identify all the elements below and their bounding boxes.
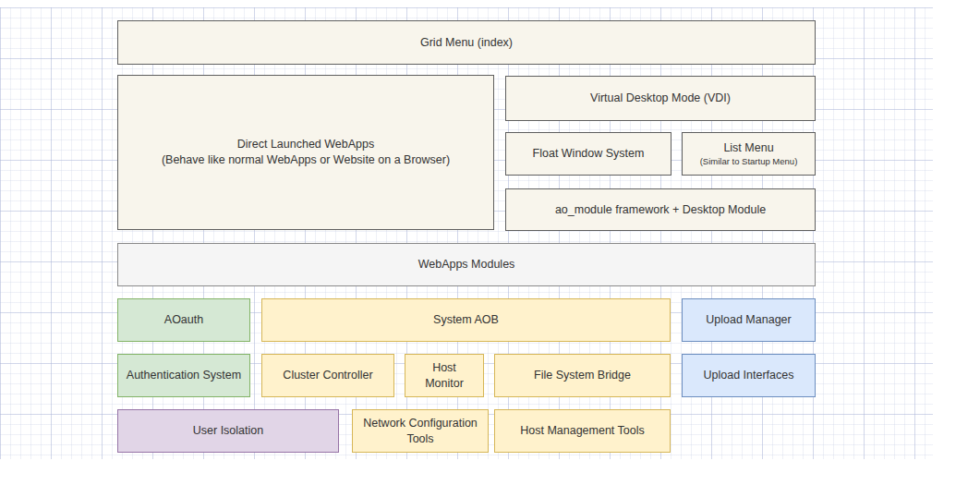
box-user-isolation: User Isolation <box>117 409 339 453</box>
box-label: Host Monitor <box>413 360 476 392</box>
box-label: Cluster Controller <box>283 368 372 383</box>
box-label: WebApps Modules <box>418 257 515 273</box>
box-label: File System Bridge <box>534 368 631 383</box>
box-authentication-system: Authentication System <box>117 354 250 397</box>
box-upload-interfaces: Upload Interfaces <box>682 354 816 397</box>
box-label-line1: Direct Launched WebApps <box>237 138 374 151</box>
box-list-menu: List Menu (Similar to Startup Menu) <box>682 132 816 176</box>
box-label: Float Window System <box>533 146 645 162</box>
box-host-management-tools: Host Management Tools <box>494 409 671 453</box>
box-label: User Isolation <box>193 423 263 439</box>
box-label: List Menu (Similar to Startup Menu) <box>700 140 798 167</box>
box-label: Virtual Desktop Mode (VDI) <box>590 91 731 106</box>
box-label: AOauth <box>164 312 203 328</box>
box-host-monitor: Host Monitor <box>405 354 484 397</box>
box-aoauth: AOauth <box>117 298 250 342</box>
box-label: Direct Launched WebApps (Behave like nor… <box>162 137 450 168</box>
box-label: ao_module framework + Desktop Module <box>555 202 766 218</box>
box-label: Upload Interfaces <box>704 368 794 383</box>
diagram-canvas: Grid Menu (index) Direct Launched WebApp… <box>0 7 933 459</box>
box-label: Network Configuration Tools <box>360 416 480 447</box>
box-label: Upload Manager <box>706 312 791 328</box>
box-label-line2: (Behave like normal WebApps or Website o… <box>162 153 450 166</box>
box-label-title: List Menu <box>723 141 773 154</box>
box-cluster-controller: Cluster Controller <box>261 354 394 397</box>
box-float-window-system: Float Window System <box>505 132 671 176</box>
box-webapps-modules: WebApps Modules <box>117 243 816 286</box>
box-grid-menu: Grid Menu (index) <box>117 20 816 65</box>
box-upload-manager: Upload Manager <box>682 298 816 342</box>
box-file-system-bridge: File System Bridge <box>494 354 671 397</box>
box-network-configuration-tools: Network Configuration Tools <box>352 409 489 453</box>
box-system-aob: System AOB <box>261 298 671 342</box>
box-label: Grid Menu (index) <box>420 35 513 51</box>
box-direct-launched-webapps: Direct Launched WebApps (Behave like nor… <box>117 75 494 230</box>
box-label: Host Management Tools <box>520 423 645 439</box>
box-label-subtitle: (Similar to Startup Menu) <box>700 156 798 167</box>
box-label: System AOB <box>433 312 499 328</box>
box-ao-module-framework: ao_module framework + Desktop Module <box>505 188 816 231</box>
box-virtual-desktop-mode: Virtual Desktop Mode (VDI) <box>505 76 816 121</box>
box-label: Authentication System <box>127 368 241 383</box>
